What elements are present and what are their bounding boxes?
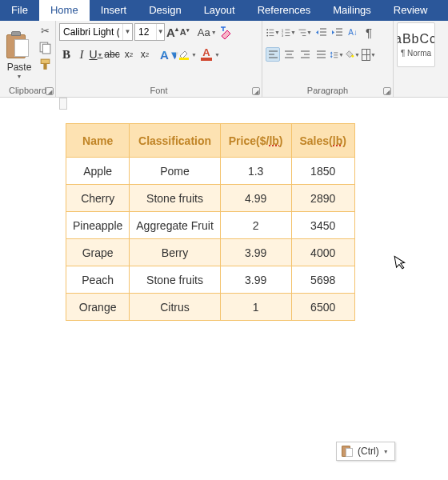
tab-review[interactable]: Review — [382, 0, 439, 21]
change-case-icon: Aa — [198, 26, 210, 38]
chevron-down-icon: ▼ — [210, 30, 218, 35]
table-row[interactable]: OrangeCitrus16500 — [66, 294, 355, 321]
svg-rect-3 — [43, 63, 46, 69]
paste-icon — [6, 30, 32, 60]
svg-text:3: 3 — [282, 34, 283, 38]
multilevel-list-button[interactable]: ▼ — [298, 25, 312, 39]
svg-point-7 — [266, 31, 268, 33]
tab-mailings[interactable]: Mailings — [322, 0, 382, 21]
chevron-down-icon: ▼ — [290, 30, 296, 35]
font-size-combo[interactable]: ▼ — [134, 23, 165, 41]
highlight-button[interactable]: ▼ — [178, 48, 198, 61]
tab-insert[interactable]: Insert — [90, 0, 138, 21]
font-color-button[interactable]: A▼ — [199, 47, 221, 62]
show-marks-button[interactable]: ¶ — [362, 25, 376, 39]
multilevel-list-icon — [298, 26, 306, 38]
shading-button[interactable]: ▼ — [346, 47, 360, 62]
font-name-combo[interactable]: ▼ — [59, 23, 133, 41]
borders-icon — [362, 49, 370, 61]
grow-font-button[interactable]: A▴ — [166, 26, 178, 39]
tab-references[interactable]: References — [246, 0, 322, 21]
tab-view[interactable]: View — [438, 0, 448, 21]
font-dialog-launcher[interactable]: ◢ — [252, 87, 260, 95]
table-row[interactable]: PeachStone fruits3.995698 — [66, 266, 355, 294]
col-name[interactable]: Name — [66, 124, 130, 158]
numbering-button[interactable]: 123▼ — [282, 25, 296, 39]
ribbon-tabs: File Home Insert Design Layout Reference… — [0, 0, 448, 21]
align-left-button[interactable] — [266, 47, 280, 62]
chevron-down-icon: ▼ — [354, 52, 360, 58]
grow-font-icon: A▴ — [166, 26, 178, 39]
shrink-font-icon: A▾ — [180, 27, 190, 37]
bullets-button[interactable]: ▼ — [266, 25, 280, 39]
sort-button[interactable]: A↓ — [346, 25, 360, 39]
font-size-input[interactable] — [135, 26, 156, 38]
italic-button[interactable]: I — [75, 48, 88, 62]
font-name-dropdown-icon[interactable]: ▼ — [122, 24, 132, 40]
borders-button[interactable]: ▼ — [362, 47, 376, 62]
font-name-input[interactable] — [60, 26, 122, 38]
clear-formatting-button[interactable] — [219, 25, 234, 39]
tab-design[interactable]: Design — [138, 0, 192, 21]
svg-rect-4 — [179, 58, 189, 60]
bold-button[interactable]: B — [59, 48, 74, 62]
cut-icon: ✂ — [41, 24, 50, 38]
chevron-down-icon: ▼ — [190, 52, 198, 58]
group-clipboard: Paste ▼ ✂ Clipboard ◢ — [0, 21, 56, 97]
font-color-icon: A — [199, 47, 214, 62]
increase-indent-button[interactable] — [330, 25, 344, 39]
justify-button[interactable] — [314, 47, 328, 62]
col-price[interactable]: Price($/lb) — [220, 124, 291, 158]
cut-button[interactable]: ✂ — [38, 24, 52, 38]
strikethrough-button[interactable]: abc — [104, 49, 120, 60]
chevron-down-icon: ▼ — [169, 48, 176, 62]
paste-button[interactable]: Paste ▼ — [3, 22, 35, 84]
chevron-down-icon: ▼ — [98, 52, 103, 58]
underline-button[interactable]: U▼ — [90, 48, 102, 61]
align-right-icon — [299, 49, 311, 61]
table-row[interactable]: ApplePome1.31850 — [66, 158, 355, 185]
col-classification[interactable]: Classification — [130, 124, 221, 158]
decrease-indent-icon — [315, 26, 327, 38]
copy-button[interactable] — [38, 41, 52, 54]
group-label-paragraph: Paragraph — [266, 84, 390, 97]
chevron-down-icon: ▼ — [338, 52, 344, 58]
chevron-down-icon: ▼ — [274, 30, 280, 35]
format-painter-icon — [38, 58, 52, 71]
group-font: ▼ ▼ A▴ A▾ Aa▼ B I U▼ abc x2 x2 A▼ ▼ A▼ F… — [56, 21, 262, 97]
paragraph-dialog-launcher[interactable]: ◢ — [383, 87, 391, 95]
shrink-font-button[interactable]: A▾ — [180, 27, 190, 37]
col-sales[interactable]: Sales(lb) — [291, 124, 354, 158]
subscript-button[interactable]: x2 — [122, 49, 136, 60]
group-styles: AaBbCcD ¶ Norma — [394, 21, 448, 97]
align-right-button[interactable] — [298, 47, 312, 62]
text-effects-icon: A — [160, 48, 169, 62]
align-center-button[interactable] — [282, 47, 296, 62]
fruit-table[interactable]: Name Classification Price($/lb) Sales(lb… — [66, 123, 355, 321]
table-row[interactable]: GrapeBerry3.994000 — [66, 239, 355, 266]
clipboard-dialog-launcher[interactable]: ◢ — [46, 87, 54, 95]
paste-dropdown-icon[interactable]: ▼ — [17, 74, 22, 79]
ribbon: Paste ▼ ✂ Clipboard ◢ ▼ ▼ A▴ A▾ Aa▼ B — [0, 21, 448, 98]
bullets-icon — [266, 26, 274, 38]
paste-options-smarttag[interactable]: (Ctrl) ▼ — [336, 442, 395, 461]
table-row[interactable]: PineappleAggregate Fruit23450 — [66, 212, 355, 239]
sort-icon: A↓ — [348, 28, 358, 37]
style-normal[interactable]: AaBbCcD ¶ Norma — [397, 22, 435, 67]
superscript-button[interactable]: x2 — [138, 49, 152, 60]
change-case-button[interactable]: Aa▼ — [198, 26, 218, 38]
svg-point-42 — [351, 54, 354, 57]
decrease-indent-button[interactable] — [314, 25, 328, 39]
font-size-dropdown-icon[interactable]: ▼ — [156, 24, 164, 40]
justify-icon — [315, 49, 327, 61]
tab-home[interactable]: Home — [39, 0, 90, 21]
chevron-down-icon: ▼ — [214, 52, 221, 58]
tab-layout[interactable]: Layout — [193, 0, 246, 21]
line-spacing-button[interactable]: ▼ — [330, 47, 344, 62]
text-effects-button[interactable]: A▼ — [160, 46, 176, 62]
document-area[interactable]: Name Classification Price($/lb) Sales(lb… — [0, 98, 448, 478]
table-row[interactable]: CherryStone fruits4.992890 — [66, 185, 355, 212]
tab-file[interactable]: File — [0, 0, 39, 21]
format-painter-button[interactable] — [38, 58, 52, 71]
align-center-icon — [283, 49, 295, 61]
